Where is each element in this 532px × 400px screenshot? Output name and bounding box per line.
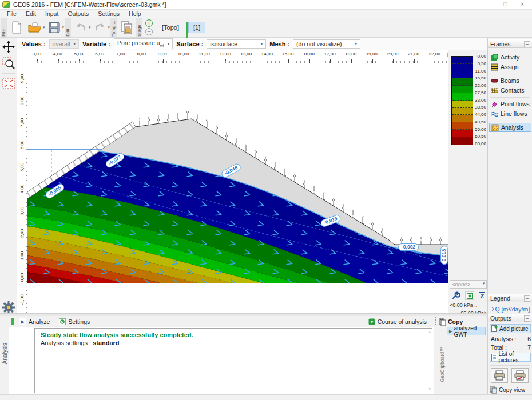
add-stage-button[interactable]: +	[145, 19, 153, 27]
scale-value-label: 55,00	[471, 127, 486, 132]
ruler-tick-label: 12,00	[215, 50, 236, 57]
frame-item-activity[interactable]: Activity	[489, 53, 531, 62]
analysis-side-tab[interactable]: Analysis	[0, 316, 9, 394]
scale-value-label: 33,00	[471, 98, 486, 103]
save-file-button[interactable]	[46, 19, 63, 36]
add-picture-button[interactable]: Add picture	[490, 324, 531, 333]
copy-view-button[interactable]: Copy view	[490, 386, 525, 394]
collapse-legend-button[interactable]: –	[524, 295, 530, 302]
menu-input[interactable]: Input	[41, 10, 63, 17]
variable-dropdown[interactable]: Pore pressure uwf▾	[114, 38, 173, 49]
open-file-button[interactable]	[26, 19, 43, 36]
zoom-tool-button[interactable]	[1, 56, 16, 71]
scroll-down-icon[interactable]: ▾	[428, 387, 431, 391]
save-dropdown-arrow[interactable]: ▾	[62, 25, 65, 30]
frame-item-label: Activity	[501, 54, 519, 61]
mesh-dropdown[interactable]: (do not visualize)▾	[293, 39, 360, 49]
frame-item-contacts[interactable]: Contacts	[489, 86, 531, 95]
ruler-tick-label: 21,00	[403, 50, 424, 57]
beams-icon	[491, 77, 498, 85]
close-button[interactable]: ×	[514, 0, 531, 9]
ruler-tick-label: 13,00	[236, 50, 257, 57]
ruler-tick-label: 17,00	[319, 50, 340, 57]
contacts-icon	[491, 87, 498, 94]
geoclipboard-item-analyzed-gwt[interactable]: ▶ analyzed GWT	[447, 327, 486, 335]
scale-band	[452, 71, 473, 79]
gear-icon	[2, 301, 15, 314]
wrench-icon[interactable]	[451, 291, 460, 300]
fit-to-view-button[interactable]	[1, 76, 16, 91]
view-options-bar: Values : overall▾ Variable : Pore pressu…	[17, 38, 487, 50]
values-dropdown[interactable]: overall▾	[49, 39, 79, 49]
topo-stage-button[interactable]: [Topo]	[157, 22, 184, 33]
chevron-down-icon: ▾	[261, 42, 263, 46]
surface-dropdown[interactable]: isosurface▾	[207, 39, 266, 49]
mesh-value: (do not visualize)	[296, 41, 342, 47]
scale-value-label: 38,50	[471, 105, 486, 110]
course-of-analysis-button[interactable]: Course of analysis	[364, 317, 431, 326]
stage-1-button[interactable]: [1]	[188, 22, 205, 33]
menu-edit[interactable]: Edit	[21, 10, 41, 17]
z-coordinate-tool-icon[interactable]: Z	[479, 292, 485, 299]
menu-help[interactable]: Help	[124, 10, 146, 17]
frame-item-beams[interactable]: Beams	[489, 76, 531, 85]
analyze-button[interactable]: ▶ Analyze	[14, 317, 54, 326]
stage-1-label: [1]	[193, 24, 200, 31]
redo-dropdown-arrow[interactable]: ▾	[108, 25, 110, 30]
new-file-button[interactable]	[8, 19, 25, 36]
frame-item-analysis[interactable]: Analysis	[489, 123, 531, 132]
list-of-pictures-button[interactable]: List of pictures	[490, 353, 531, 362]
maximize-button[interactable]: □	[497, 0, 514, 9]
redo-button[interactable]	[92, 19, 109, 36]
open-dropdown-arrow[interactable]: ▾	[43, 25, 45, 30]
undo-button[interactable]	[72, 19, 89, 36]
ruler-tick-label: 4,00	[47, 50, 69, 57]
add-picture-icon	[491, 325, 498, 333]
chevron-down-icon: ▾	[355, 42, 358, 46]
ruler-tick-label: -1,00	[19, 291, 25, 309]
model-canvas[interactable]: -0,005 -0,077 -0,048 -0,019 -0,002 0,018	[27, 63, 448, 313]
minimize-button[interactable]: –	[479, 0, 497, 9]
geoclipboard-copy-label: Copy	[448, 318, 463, 325]
collapse-frames-button[interactable]: –	[524, 41, 530, 47]
menu-bar: File Edit Input Outputs Settings Help	[0, 10, 532, 18]
scale-preset-dropdown[interactable]: <none>▾	[450, 280, 487, 289]
geo5-fem-window: GEO5 2016 - FEM [C:\FEM-Water-Flow\scree…	[0, 0, 532, 400]
menu-file[interactable]: File	[2, 10, 21, 17]
analysis-message-box: Steady state flow analysis successfully …	[34, 328, 432, 393]
scale-value-label: 49,50	[471, 119, 486, 125]
scale-value-label: 60,50	[471, 134, 486, 139]
ruler-tick-label: 18,00	[340, 50, 362, 57]
templates-button[interactable]	[118, 19, 135, 36]
frame-item-line-flows[interactable]: Line flows	[489, 109, 531, 118]
analysis-settings-button[interactable]: Settings	[54, 317, 94, 326]
frames-panel-header: Frames–	[488, 39, 532, 48]
analysis-settings-line: Analysis settings : standard	[41, 339, 426, 346]
toolbar-group-edit-label: Edit	[65, 18, 71, 37]
undo-dropdown-arrow[interactable]: ▾	[89, 25, 91, 30]
panel-drag-handle[interactable]	[435, 317, 436, 325]
status-bar	[0, 394, 532, 400]
remove-stage-button[interactable]: −	[145, 28, 153, 35]
collapse-outputs-button[interactable]: –	[524, 315, 530, 322]
ruler-tick-label: 11,00	[194, 50, 215, 57]
scale-band	[452, 130, 473, 137]
title-bar[interactable]: GEO5 2016 - FEM [C:\FEM-Water-Flow\scree…	[0, 0, 532, 10]
analysis-settings-value: standard	[93, 339, 119, 346]
frame-item-label: Analysis	[501, 124, 523, 131]
frame-item-point-flows[interactable]: Point flows	[489, 99, 531, 109]
window-title: GEO5 2016 - FEM [C:\FEM-Water-Flow\scree…	[13, 1, 166, 8]
chevron-down-icon: ▾	[74, 42, 76, 46]
scroll-up-icon[interactable]: ▴	[428, 330, 431, 334]
ruler-tick-label: 5,00	[68, 50, 89, 57]
menu-outputs[interactable]: Outputs	[63, 10, 93, 17]
settings-icon	[59, 318, 66, 325]
frame-item-label: Contacts	[501, 87, 524, 94]
print-preview-button[interactable]	[511, 368, 529, 383]
pan-tool-button[interactable]	[1, 39, 16, 54]
print-button[interactable]	[491, 368, 508, 383]
frame-item-assign[interactable]: Assign	[489, 62, 531, 71]
scale-range-button[interactable]	[465, 291, 474, 300]
pore-pressure-contour-plot	[27, 63, 448, 313]
menu-settings[interactable]: Settings	[93, 10, 124, 17]
